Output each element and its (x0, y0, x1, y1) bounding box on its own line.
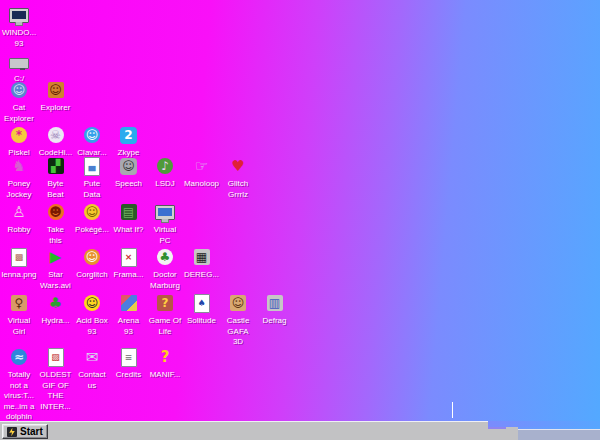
start-button-label: Start (20, 427, 43, 437)
acid-smiley-icon: ☺ (84, 295, 100, 311)
gif-file-icon: ▨ (48, 348, 64, 367)
shortcut-codehi[interactable]: ☠CodeHi... (38, 125, 74, 159)
shortcut-robby[interactable]: ♙Robby (1, 202, 37, 236)
question-mark-icon-glyph: ? (161, 350, 170, 365)
shortcut-hydra[interactable]: ♣Hydra... (38, 293, 74, 327)
text-document-icon-glyph: ≡ (125, 353, 133, 362)
desktop-background[interactable]: WINDO... 93C:/☺Cat Explorer☺Explorer*Pis… (0, 0, 600, 440)
color-cube-icon (121, 295, 137, 311)
lips-heart-icon: ♥ (231, 159, 244, 174)
robot-icon: ♙ (12, 205, 25, 220)
shortcut-dereg[interactable]: ▦DEREG... (184, 247, 220, 281)
question-mark-icon: ? (161, 350, 170, 365)
face-portrait-icon: ☺ (230, 295, 246, 311)
shortcut-defrag[interactable]: ▥Defrag (257, 293, 293, 327)
shortcut-piskel[interactable]: *Piskel (1, 125, 37, 159)
image-file-icon: ▩ (11, 248, 27, 267)
shortcut-contact-us[interactable]: ✉Contact us (74, 347, 110, 391)
defrag-blocks-icon-glyph: ▥ (269, 297, 280, 309)
shortcut-arena-93[interactable]: Arena 93 (111, 293, 147, 337)
envelope-icon-glyph: ✉ (86, 350, 99, 365)
shortcut-not-a-virus[interactable]: ≈Totally not a virus:T... me..im a dolph… (1, 347, 37, 423)
shortcut-manifesto[interactable]: ?MANIF... (147, 347, 183, 381)
gif-file-icon-glyph: ▨ (51, 353, 60, 362)
shortcut-lsdj[interactable]: ♪LSDJ (147, 156, 183, 190)
chat-face-icon-glyph: ☺ (86, 129, 99, 141)
taskbar-cutout-step (488, 427, 506, 429)
shortcut-virtual-pc[interactable]: Virtual PC (147, 202, 183, 246)
qr-window-icon-glyph: ▦ (196, 251, 207, 263)
shortcut-what-if[interactable]: ▤What If? (111, 202, 147, 236)
icon-label: Defrag (254, 316, 296, 327)
shortcut-speech[interactable]: ☺Speech (111, 156, 147, 190)
speech-face-icon: ☺ (120, 158, 137, 175)
icon-label: WINDO... 93 (0, 28, 40, 49)
shortcut-cat-explorer[interactable]: ☺Cat Explorer (1, 80, 37, 124)
shortcut-lenna-png[interactable]: ▩lenna.png (1, 247, 37, 281)
shortcut-pokege[interactable]: ☺Pokégé... (74, 202, 110, 236)
skull-icon: ☠ (48, 127, 64, 143)
icon-label: DEREG... (181, 270, 223, 281)
shortcut-doctor-marburg[interactable]: ♣Doctor Marburg (147, 247, 183, 291)
paint-palette-icon: * (11, 127, 27, 143)
corgi-dog-icon-glyph: ☺ (86, 251, 99, 263)
start-button[interactable]: Start (2, 424, 48, 439)
shortcut-explorer[interactable]: ☺Explorer (38, 80, 74, 114)
qr-window-icon: ▦ (194, 249, 210, 265)
playing-card-icon-glyph: ♠ (197, 299, 205, 308)
start-logo-icon (7, 427, 17, 437)
play-video-icon: ▶ (50, 250, 62, 265)
plant-pot-icon-glyph: ♣ (160, 251, 171, 263)
music-note-icon: ♪ (157, 158, 173, 174)
lips-heart-icon-glyph: ♥ (231, 159, 244, 174)
yellow-smiley-icon: ☺ (84, 204, 100, 220)
shortcut-solitude[interactable]: ♠Solitude (184, 293, 220, 327)
cat-icon-glyph: ☺ (13, 84, 26, 96)
shortcut-windows93[interactable]: WINDO... 93 (1, 5, 37, 49)
paint-palette-icon-glyph: * (16, 129, 22, 141)
envelope-icon: ✉ (86, 350, 99, 365)
skull-icon-glyph: ☠ (50, 129, 61, 141)
shortcut-credits[interactable]: ≡Credits (111, 347, 147, 381)
computer-monitor-icon (9, 8, 29, 23)
play-video-icon-glyph: ▶ (50, 250, 62, 265)
question-sprite-icon-glyph: ? (162, 297, 169, 309)
document-x-icon-glyph: × (125, 253, 133, 262)
shortcut-zkype[interactable]: 2Zkype (111, 125, 147, 159)
shortcut-frama[interactable]: ×Frama... (111, 247, 147, 281)
taskbar-right-tint (518, 430, 600, 440)
shortcut-corglitch[interactable]: ☺Corglitch (74, 247, 110, 281)
explorer-face-icon-glyph: ☺ (49, 84, 62, 96)
data-document-icon-glyph: ▄ (89, 162, 96, 171)
shortcut-pute-data[interactable]: ▄Pute Data (74, 156, 110, 200)
speech-face-icon-glyph: ☺ (122, 160, 135, 172)
cat-icon: ☺ (11, 82, 27, 98)
shortcut-virtual-girl[interactable]: ♀Virtual Girl (1, 293, 37, 337)
shortcut-glitch-grrrlz[interactable]: ♥Glitch Grrrlz (220, 156, 256, 200)
icon-label: Virtual PC (144, 225, 186, 246)
wizard-icon-glyph: ☻ (49, 206, 62, 218)
icon-label: Glitch Grrrlz (217, 179, 259, 200)
shortcut-star-wars-avi[interactable]: ▶Star Wars.avi (38, 247, 74, 291)
shortcut-clavar[interactable]: ☺Clavar... (74, 125, 110, 159)
shortcut-poney-jockey[interactable]: ♞Poney Jockey (1, 156, 37, 200)
shortcut-acid-box-93[interactable]: ☺Acid Box 93 (74, 293, 110, 337)
dolphin-icon: ≈ (11, 349, 27, 365)
shortcut-castle-gafa-3d[interactable]: ☺Castle GAFA 3D (220, 293, 256, 348)
shortcut-game-of-life[interactable]: ?Game Of Life (147, 293, 183, 337)
shortcut-manoloop[interactable]: ☞Manoloop (184, 156, 220, 190)
shortcut-byte-beat[interactable]: ▞Byte Beat (38, 156, 74, 200)
taskbar[interactable]: Start (0, 421, 600, 440)
face-portrait-icon-glyph: ☺ (232, 297, 245, 309)
shortcut-oldest-gif[interactable]: ▨OLDEST GIF OF THE INTER... (38, 347, 74, 412)
hand-icon: ☞ (195, 159, 208, 174)
hard-drive-icon (9, 58, 29, 69)
virtual-pc-monitor-icon (155, 205, 175, 220)
text-cursor-line (452, 402, 453, 418)
yellow-smiley-icon-glyph: ☺ (86, 206, 99, 218)
hand-icon-glyph: ☞ (195, 159, 208, 174)
icon-label: MANIF... (144, 370, 186, 381)
shortcut-take-this[interactable]: ☻Take this (38, 202, 74, 246)
explorer-face-icon: ☺ (48, 82, 64, 98)
dragon-icon-glyph: ♣ (49, 296, 62, 311)
